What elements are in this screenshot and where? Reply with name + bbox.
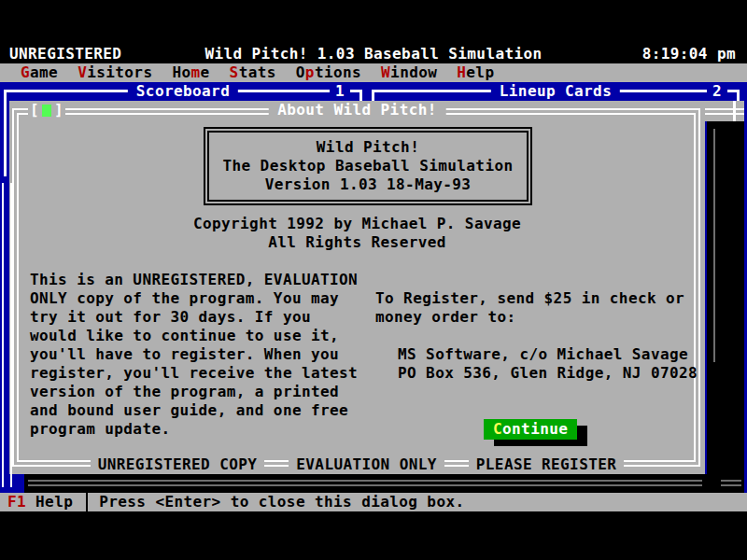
window-title-lineup-cards: Lineup Cards bbox=[491, 82, 620, 101]
dialog-title: About Wild Pitch! bbox=[268, 101, 446, 119]
menu-item-help[interactable]: Help bbox=[457, 63, 494, 82]
help-key-shortcut[interactable]: F1 bbox=[7, 493, 26, 511]
register-address: MS Software, c/o Michael Savage PO Box 5… bbox=[398, 345, 698, 383]
menu-bar: Game Visitors Home Stats Options Window … bbox=[0, 63, 747, 82]
menu-item-game[interactable]: Game bbox=[21, 63, 58, 82]
app-titlebar: UNREGISTERED Wild Pitch! 1.03 Baseball S… bbox=[0, 45, 747, 63]
dialog-close-button[interactable]: [] bbox=[28, 101, 65, 119]
menu-item-stats[interactable]: Stats bbox=[230, 63, 276, 82]
badge-please-register: PLEASE REGISTER bbox=[469, 455, 625, 474]
status-message: Press <Enter> to close this dialog box. bbox=[99, 493, 464, 511]
dialog-footer-badges: UNREGISTERED COPY EVALUATION ONLY PLEASE… bbox=[9, 455, 705, 474]
close-box-icon bbox=[42, 105, 51, 117]
evaluation-notice-text: This is an UNREGISTERED, EVALUATION ONLY… bbox=[30, 271, 358, 439]
menu-item-home[interactable]: Home bbox=[172, 63, 209, 82]
status-bar: F1 Help Press <Enter> to close this dial… bbox=[0, 493, 747, 511]
product-tagline: The Desktop Baseball Simulation bbox=[205, 157, 530, 175]
about-info-box: Wild Pitch! The Desktop Baseball Simulat… bbox=[204, 127, 532, 205]
menu-item-window[interactable]: Window bbox=[381, 63, 437, 82]
continue-button[interactable]: Continue bbox=[484, 419, 577, 440]
app-title: Wild Pitch! 1.03 Baseball Simulation bbox=[0, 45, 747, 63]
badge-evaluation-only: EVALUATION ONLY bbox=[289, 455, 444, 474]
clock: 8:19:04 pm bbox=[642, 45, 736, 63]
help-key-label[interactable]: Help bbox=[35, 493, 73, 511]
status-separator bbox=[86, 493, 88, 511]
dialog-shadow-bottom bbox=[24, 474, 744, 493]
badge-unregistered-copy: UNREGISTERED COPY bbox=[91, 455, 265, 474]
background-window-border-fragment bbox=[2, 183, 12, 487]
window-interior-fragment bbox=[705, 101, 744, 121]
menu-item-options[interactable]: Options bbox=[296, 63, 361, 82]
product-name: Wild Pitch! bbox=[205, 138, 530, 157]
about-dialog: [] About Wild Pitch! Wild Pitch! The Des… bbox=[9, 101, 705, 474]
dos-screen: UNREGISTERED Wild Pitch! 1.03 Baseball S… bbox=[0, 0, 747, 560]
dialog-shadow-right bbox=[707, 121, 744, 474]
copyright-text: Copyright 1992 by Michael P. Savage All … bbox=[9, 215, 705, 252]
window-number-lineup-cards[interactable]: 2 bbox=[707, 82, 727, 101]
window-number-scoreboard[interactable]: 1 bbox=[330, 82, 350, 101]
window-title-scoreboard: Scoreboard bbox=[128, 82, 238, 101]
product-version: Version 1.03 18-May-93 bbox=[205, 175, 530, 194]
menu-item-visitors[interactable]: Visitors bbox=[78, 63, 152, 82]
register-instructions: To Register, send $25 in check or money … bbox=[375, 289, 684, 327]
